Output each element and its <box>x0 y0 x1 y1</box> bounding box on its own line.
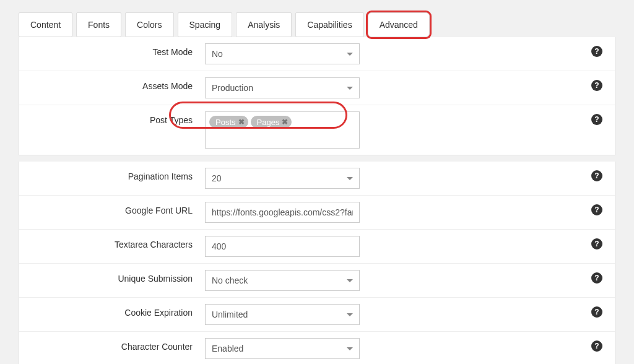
help-icon[interactable]: ? <box>591 238 602 249</box>
settings-form-2: Pagination Items 20 ? Google Font URL ? … <box>19 162 615 364</box>
help-icon[interactable]: ? <box>591 204 602 215</box>
row-post-types: Post Types Posts ✖ Pages ✖ ? <box>19 105 615 155</box>
select-text: 20 <box>212 173 347 183</box>
tab-content[interactable]: Content <box>19 12 72 37</box>
row-test-mode: Test Mode No ? <box>19 37 615 71</box>
label-cookie-expiration: Cookie Expiration <box>19 304 205 318</box>
tag-input-post-types[interactable]: Posts ✖ Pages ✖ <box>205 111 360 149</box>
tag-pages[interactable]: Pages ✖ <box>251 116 292 128</box>
help-icon[interactable]: ? <box>591 170 602 181</box>
tag-posts[interactable]: Posts ✖ <box>209 116 248 128</box>
select-text: Production <box>212 83 347 93</box>
settings-form: Test Mode No ? Assets Mode Production ? … <box>19 37 615 155</box>
close-icon[interactable]: ✖ <box>238 118 245 126</box>
label-textarea-characters: Textarea Characters <box>19 236 205 249</box>
select-text: Enabled <box>212 344 347 353</box>
label-post-types: Post Types <box>19 111 205 125</box>
tab-capabilities[interactable]: Capabilities <box>295 12 363 37</box>
label-unique-submission: Unique Submission <box>19 270 205 284</box>
select-pagination-items[interactable]: 20 <box>205 168 360 189</box>
input-google-font-url[interactable] <box>205 202 360 223</box>
row-pagination-items: Pagination Items 20 ? <box>19 162 615 196</box>
row-character-counter: Character Counter Enabled ? <box>19 332 615 364</box>
row-cookie-expiration: Cookie Expiration Unlimited ? <box>19 298 615 332</box>
select-test-mode[interactable]: No <box>205 43 360 64</box>
tab-fonts[interactable]: Fonts <box>76 12 121 37</box>
tab-analysis[interactable]: Analysis <box>236 12 292 37</box>
input-textarea-characters[interactable] <box>205 236 360 257</box>
chevron-down-icon <box>347 87 353 90</box>
tab-advanced[interactable]: Advanced <box>368 12 430 37</box>
chevron-down-icon <box>347 177 353 180</box>
label-pagination-items: Pagination Items <box>19 168 205 181</box>
chevron-down-icon <box>347 279 353 282</box>
tag-label: Pages <box>257 118 280 127</box>
chevron-down-icon <box>347 53 353 56</box>
label-character-counter: Character Counter <box>19 338 205 352</box>
help-icon[interactable]: ? <box>591 306 602 318</box>
help-icon[interactable]: ? <box>591 340 602 352</box>
help-icon[interactable]: ? <box>591 272 602 284</box>
select-text: No check <box>212 275 347 285</box>
select-cookie-expiration[interactable]: Unlimited <box>205 304 360 325</box>
select-assets-mode[interactable]: Production <box>205 77 360 98</box>
tag-label: Posts <box>215 118 236 127</box>
label-test-mode: Test Mode <box>19 43 205 57</box>
label-google-font-url: Google Font URL <box>19 202 205 215</box>
help-icon[interactable]: ? <box>591 80 602 91</box>
tab-colors[interactable]: Colors <box>125 12 173 37</box>
tab-spacing[interactable]: Spacing <box>178 12 233 37</box>
chevron-down-icon <box>347 347 353 350</box>
row-textarea-characters: Textarea Characters ? <box>19 230 615 264</box>
select-character-counter[interactable]: Enabled <box>205 338 360 359</box>
chevron-down-icon <box>347 313 353 316</box>
tabs-nav: Content Fonts Colors Spacing Analysis Ca… <box>19 12 615 37</box>
close-icon[interactable]: ✖ <box>282 118 288 126</box>
help-icon[interactable]: ? <box>591 46 602 57</box>
select-text: Unlimited <box>212 310 347 319</box>
select-text: No <box>212 49 347 59</box>
label-assets-mode: Assets Mode <box>19 77 205 91</box>
row-google-font-url: Google Font URL ? <box>19 196 615 230</box>
help-icon[interactable]: ? <box>591 114 602 125</box>
select-unique-submission[interactable]: No check <box>205 270 360 291</box>
row-unique-submission: Unique Submission No check ? <box>19 264 615 298</box>
row-assets-mode: Assets Mode Production ? <box>19 71 615 105</box>
